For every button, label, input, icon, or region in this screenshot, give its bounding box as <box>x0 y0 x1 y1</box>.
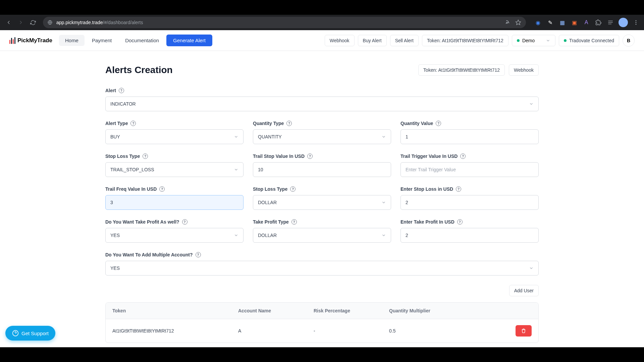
user-avatar-button[interactable]: B <box>623 35 635 47</box>
chevron-down-icon <box>234 134 238 139</box>
browser-address-bar[interactable]: app.pickmytrade.trade/#/dashboard/alerts <box>43 17 526 28</box>
support-label: Get Support <box>21 330 49 336</box>
add-user-button[interactable]: Add User <box>509 285 539 296</box>
cell-token: At1tGt9tTt8tWtEt8tYtMtRt712 <box>112 328 238 334</box>
help-icon[interactable]: ? <box>290 186 296 192</box>
help-icon[interactable]: ? <box>291 219 297 225</box>
reading-list-icon[interactable] <box>606 18 614 26</box>
chevron-down-icon <box>529 102 534 106</box>
browser-toolbar: app.pickmytrade.trade/#/dashboard/alerts… <box>0 15 644 30</box>
cell-risk: - <box>314 328 389 334</box>
chevron-down-icon <box>381 233 386 238</box>
alert-label: Alert ? <box>105 88 539 93</box>
generate-alert-button[interactable]: Generate Alert <box>166 35 212 46</box>
tp-type-label: Take Profit Type? <box>253 219 391 225</box>
header-webhook-chip[interactable]: Webhook <box>509 64 539 76</box>
svg-point-8 <box>636 24 637 25</box>
table-row: At1tGt9tTt8tWtEt8tYtMtRt712 A - 0.5 <box>106 319 538 343</box>
stop-loss-type-label: Stop Loss Type? <box>105 154 244 159</box>
help-icon[interactable]: ? <box>143 154 148 159</box>
browser-forward-button[interactable] <box>16 18 25 27</box>
nav-buy-alert-chip[interactable]: Buy Alert <box>358 35 387 46</box>
nav-home[interactable]: Home <box>59 35 85 46</box>
logo-bars-icon <box>9 37 15 44</box>
col-header-qty: Quantity Multiplier <box>389 308 473 313</box>
page-title: Alerts Creation <box>105 65 173 75</box>
bookmark-star-icon[interactable] <box>515 19 521 25</box>
account-selector[interactable]: Demo <box>512 35 555 46</box>
help-icon[interactable]: ? <box>286 121 292 126</box>
browser-profile-avatar[interactable] <box>619 18 628 27</box>
help-icon[interactable]: ? <box>196 252 201 257</box>
help-circle-icon <box>12 330 19 337</box>
chevron-down-icon <box>529 266 534 270</box>
browser-bottom-bar <box>0 347 644 362</box>
col-header-risk: Risk Percentage <box>314 308 389 313</box>
help-icon[interactable]: ? <box>119 88 124 93</box>
browser-menu-icon[interactable] <box>632 18 640 26</box>
chevron-down-icon <box>381 134 386 139</box>
tp-usd-label: Enter Take Profit In USD? <box>400 219 539 225</box>
extension-icon-1[interactable]: ◉ <box>534 18 542 26</box>
stop-loss-usd-input[interactable] <box>400 195 539 210</box>
browser-tab-strip <box>0 0 644 15</box>
trail-trigger-input[interactable] <box>400 162 539 177</box>
cell-account: A <box>238 328 314 334</box>
stop-loss-type-select[interactable]: TRAIL_STOP_LOSS <box>105 162 244 177</box>
site-info-icon[interactable] <box>48 20 52 25</box>
connection-status: Tradovate Connected <box>559 35 619 46</box>
svg-point-6 <box>636 20 637 21</box>
url-path: /#/dashboard/alerts <box>103 20 143 25</box>
col-header-token: Token <box>112 308 238 313</box>
extension-icon-2[interactable]: ✎ <box>546 18 554 26</box>
multi-account-select[interactable]: YES <box>105 261 539 276</box>
trail-freq-input[interactable] <box>105 195 244 210</box>
nav-payment[interactable]: Payment <box>86 35 118 46</box>
stop-loss-type2-label: Stop Loss Type? <box>253 186 391 192</box>
alert-type-select[interactable]: BUY <box>105 129 244 144</box>
want-tp-label: Do You Want Take Profit As well?? <box>105 219 244 225</box>
help-icon[interactable]: ? <box>130 121 136 126</box>
account-name: Demo <box>522 38 535 43</box>
help-icon[interactable]: ? <box>159 186 165 192</box>
want-tp-select[interactable]: YES <box>105 228 244 243</box>
extensions-menu-icon[interactable] <box>594 18 602 26</box>
tp-type-select[interactable]: DOLLAR <box>253 228 391 243</box>
browser-back-button[interactable] <box>4 18 13 27</box>
translate-icon[interactable] <box>505 19 511 25</box>
brand-logo[interactable]: PickMyTrade <box>9 37 52 44</box>
multi-account-label: Do You Want To Add Multiple Account?? <box>105 252 539 257</box>
quantity-value-label: Quantity Value? <box>400 121 539 126</box>
alert-select[interactable]: INDICATOR <box>105 97 539 111</box>
get-support-button[interactable]: Get Support <box>5 326 55 341</box>
help-icon[interactable]: ? <box>456 186 461 192</box>
browser-reload-button[interactable] <box>28 18 38 27</box>
col-header-account: Account Name <box>238 308 314 313</box>
url-host: app.pickmytrade.trade <box>56 20 103 25</box>
nav-webhook-chip[interactable]: Webhook <box>325 35 355 46</box>
chevron-down-icon <box>381 200 386 205</box>
nav-sell-alert-chip[interactable]: Sell Alert <box>390 35 419 46</box>
quantity-type-select[interactable]: QUANTITY <box>253 129 391 144</box>
extension-icon-4[interactable]: ▣ <box>570 18 578 26</box>
trail-freq-label: Trail Freq Value In USD? <box>105 186 244 192</box>
trail-stop-value-input[interactable] <box>253 162 391 177</box>
app-navbar: PickMyTrade Home Payment Documentation G… <box>0 30 644 51</box>
accounts-table: Token Account Name Risk Percentage Quant… <box>105 302 539 343</box>
extension-icon-5[interactable]: A <box>582 18 590 26</box>
extension-icon-3[interactable]: ▦ <box>558 18 566 26</box>
quantity-value-input[interactable] <box>400 129 539 144</box>
svg-marker-2 <box>516 20 521 25</box>
help-icon[interactable]: ? <box>460 154 466 159</box>
help-icon[interactable]: ? <box>436 121 441 126</box>
trail-trigger-label: Trail Trigger Value In USD? <box>400 154 539 159</box>
stop-loss-type2-select[interactable]: DOLLAR <box>253 195 391 210</box>
status-dot-icon <box>564 39 567 42</box>
delete-row-button[interactable] <box>516 325 532 337</box>
page-header: Alerts Creation Token: At1tGt9tTt8tWtEt8… <box>105 64 539 76</box>
nav-documentation[interactable]: Documentation <box>119 35 165 46</box>
help-icon[interactable]: ? <box>182 219 187 225</box>
tp-usd-input[interactable] <box>400 228 539 243</box>
help-icon[interactable]: ? <box>307 154 313 159</box>
help-icon[interactable]: ? <box>457 219 463 225</box>
